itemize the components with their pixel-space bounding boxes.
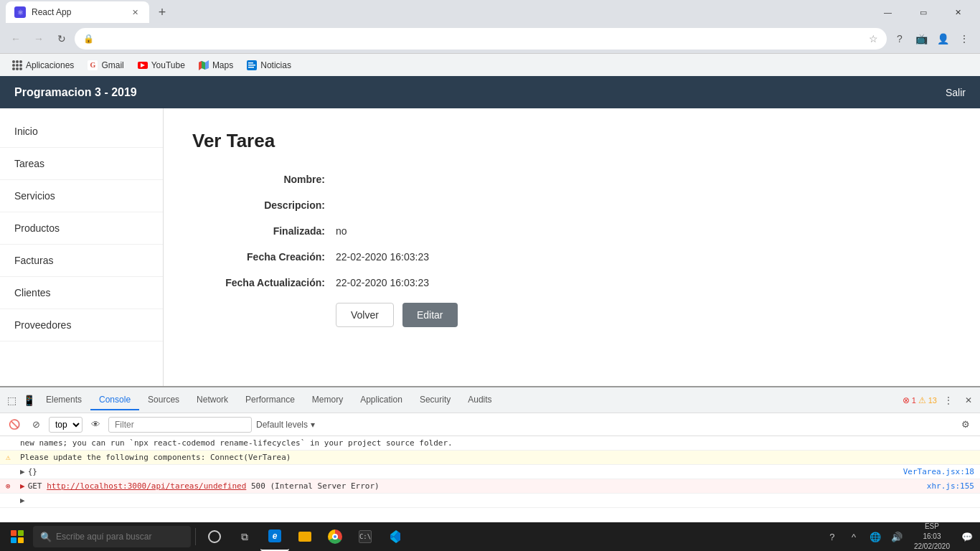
bookmark-gmail[interactable]: G Gmail xyxy=(81,57,129,74)
bookmark-noticias[interactable]: Noticias xyxy=(240,57,297,74)
url-bar[interactable]: 🔒 localhost:3000/tareas/undefined/ver ☆ xyxy=(75,28,887,50)
devtools-select-icon[interactable]: ⬚ xyxy=(3,392,20,409)
tray-network-icon[interactable]: 🌐 xyxy=(865,522,885,551)
back-button[interactable]: ← xyxy=(6,29,26,49)
noticias-icon xyxy=(246,60,258,71)
devtools-tab-performance[interactable]: Performance xyxy=(237,390,303,410)
devtools-device-icon[interactable]: 📱 xyxy=(20,392,37,409)
forward-button[interactable]: → xyxy=(29,29,49,49)
sidebar-item-clientes[interactable]: Clientes xyxy=(0,277,163,309)
close-button[interactable]: ✕ xyxy=(942,0,974,24)
taskbar-right: ? ^ 🌐 🔊 ESP 16:03 22/02/2020 💬 xyxy=(822,522,977,551)
profile-button[interactable]: 👤 xyxy=(933,29,953,49)
taskbar-edge[interactable]: e xyxy=(260,522,289,551)
sidebar-item-servicios[interactable]: Servicios xyxy=(0,180,163,212)
url-input[interactable]: localhost:3000/tareas/undefined/ver xyxy=(98,34,864,44)
action-buttons: Volver Editar xyxy=(192,303,951,327)
svg-marker-1 xyxy=(202,61,205,70)
expand-arrow[interactable]: ▶ xyxy=(20,467,25,476)
error-expand-arrow[interactable]: ▶ xyxy=(20,481,25,491)
time-label: 16:03 xyxy=(923,532,941,542)
fecha-creacion-label: Fecha Creación: xyxy=(192,251,336,263)
svg-rect-6 xyxy=(248,67,254,68)
taskbar-chrome[interactable] xyxy=(321,522,349,551)
editar-button[interactable]: Editar xyxy=(402,303,458,327)
start-button[interactable] xyxy=(3,522,32,551)
devtools-tab-network[interactable]: Network xyxy=(188,390,237,410)
devtools-more-button[interactable]: ⋮ xyxy=(940,392,957,409)
tab-close-button[interactable]: ✕ xyxy=(129,6,141,18)
window-controls: — ▭ ✕ xyxy=(872,0,974,24)
sidebar-item-inicio[interactable]: Inicio xyxy=(0,116,163,148)
chrome-icon xyxy=(328,529,342,544)
tray-chevron-icon[interactable]: ^ xyxy=(844,522,864,551)
console-line-expand[interactable]: ▶ xyxy=(0,494,980,508)
maps-icon xyxy=(198,60,209,71)
devtools-tab-memory[interactable]: Memory xyxy=(303,390,352,410)
fecha-actualizacion-value: 22-02-2020 16:03:23 xyxy=(336,277,429,288)
tray-help-icon[interactable]: ? xyxy=(822,522,842,551)
finalizada-label: Finalizada: xyxy=(192,225,336,237)
lang-time[interactable]: ESP 16:03 22/02/2020 xyxy=(910,522,954,551)
console-gear-button[interactable]: ⚙ xyxy=(957,416,974,433)
notification-button[interactable]: 💬 xyxy=(957,522,977,551)
svg-marker-2 xyxy=(199,61,202,70)
youtube-label: YouTube xyxy=(151,60,185,70)
browser-chrome: ⚛ React App ✕ + — ▭ ✕ ← → ↻ 🔒 localhost:… xyxy=(0,0,980,76)
sidebar-item-proveedores[interactable]: Proveedores xyxy=(0,309,163,342)
default-levels-dropdown[interactable]: Default levels ▾ xyxy=(256,420,315,430)
lang-label: ESP xyxy=(925,522,939,532)
taskbar-task-view[interactable]: ⧉ xyxy=(230,522,259,551)
volver-button[interactable]: Volver xyxy=(336,303,394,327)
fecha-creacion-row: Fecha Creación: 22-02-2020 16:03:23 xyxy=(192,251,951,263)
context-selector[interactable]: top xyxy=(49,417,83,433)
bookmark-star-icon[interactable]: ☆ xyxy=(869,33,878,44)
console-line-warning: ⚠ Please update the following components… xyxy=(0,451,980,465)
taskbar-cortana[interactable] xyxy=(200,522,229,551)
finalizada-row: Finalizada: no xyxy=(192,225,951,237)
expand-arrow-2[interactable]: ▶ xyxy=(20,496,25,505)
menu-button[interactable]: ⋮ xyxy=(954,29,974,49)
maximize-button[interactable]: ▭ xyxy=(907,0,939,24)
devtools-close-button[interactable]: ✕ xyxy=(960,392,977,409)
devtools-tab-sources[interactable]: Sources xyxy=(139,390,188,410)
devtools-tab-audits[interactable]: Audits xyxy=(459,390,500,410)
console-settings-button[interactable]: ⊘ xyxy=(27,416,44,433)
fecha-actualizacion-row: Fecha Actualización: 22-02-2020 16:03:23 xyxy=(192,277,951,288)
devtools-tab-console[interactable]: Console xyxy=(90,390,139,410)
console-line-object[interactable]: ▶ {} VerTarea.jsx:18 xyxy=(0,465,980,479)
sidebar-item-tareas[interactable]: Tareas xyxy=(0,148,163,180)
error-url-link[interactable]: http://localhost:3000/api/tareas/undefin… xyxy=(47,481,246,491)
eye-button[interactable]: 👁 xyxy=(87,416,104,433)
bookmark-youtube[interactable]: YouTube xyxy=(131,57,191,74)
taskbar-files[interactable] xyxy=(291,522,319,551)
minimize-button[interactable]: — xyxy=(872,0,904,24)
error-icon: ⊗ xyxy=(6,481,16,491)
finalizada-value: no xyxy=(336,225,347,237)
salir-button[interactable]: Salir xyxy=(946,87,966,98)
bookmark-apps[interactable]: Aplicaciones xyxy=(6,57,80,74)
taskbar-vscode[interactable] xyxy=(381,522,410,551)
devtools-tab-application[interactable]: Application xyxy=(352,390,411,410)
source-link-error[interactable]: xhr.js:155 xyxy=(918,481,974,491)
bookmark-maps[interactable]: Maps xyxy=(192,57,239,74)
sidebar-item-productos[interactable]: Productos xyxy=(0,212,163,245)
help-button[interactable]: ? xyxy=(890,29,910,49)
taskbar-search[interactable]: 🔍 xyxy=(33,526,191,547)
devtools-tab-elements[interactable]: Elements xyxy=(37,390,90,410)
clear-console-button[interactable]: 🚫 xyxy=(6,416,23,433)
task-view-icon: ⧉ xyxy=(241,531,248,543)
sidebar-item-facturas[interactable]: Facturas xyxy=(0,245,163,277)
reload-button[interactable]: ↻ xyxy=(52,29,72,49)
cast-button[interactable]: 📺 xyxy=(911,29,931,49)
cortana-icon xyxy=(208,530,221,543)
tray-speaker-icon[interactable]: 🔊 xyxy=(887,522,907,551)
filter-input[interactable] xyxy=(108,417,252,433)
taskbar-search-input[interactable] xyxy=(56,532,184,542)
browser-tab[interactable]: ⚛ React App ✕ xyxy=(6,1,149,23)
taskbar-terminal[interactable]: C:\ xyxy=(351,522,380,551)
source-link-1[interactable]: VerTarea.jsx:18 xyxy=(895,467,974,476)
devtools-tab-security[interactable]: Security xyxy=(411,390,459,410)
new-tab-button[interactable]: + xyxy=(152,2,172,22)
warning-count: 13 xyxy=(928,396,937,405)
